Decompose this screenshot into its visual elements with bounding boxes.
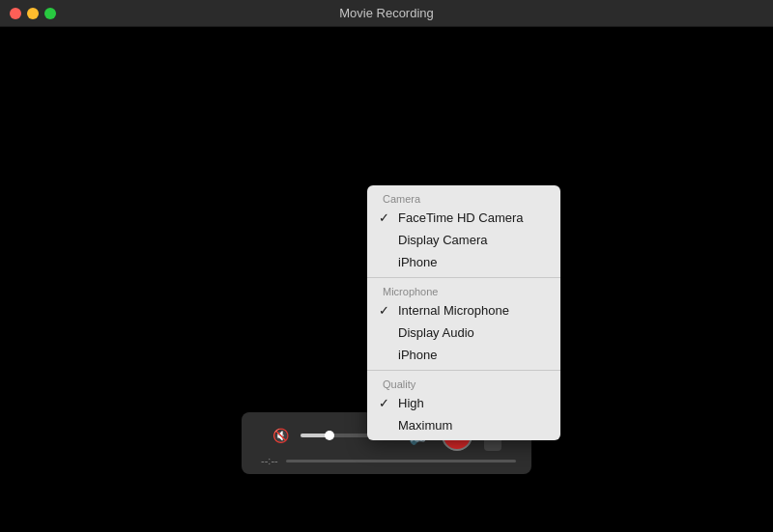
microphone-section-header: Microphone xyxy=(367,282,560,299)
minimize-button[interactable] xyxy=(27,8,39,19)
camera-display[interactable]: Display Camera xyxy=(367,229,560,251)
window-controls[interactable] xyxy=(10,8,56,19)
camera-section-header: Camera xyxy=(367,189,560,207)
title-bar: Movie Recording xyxy=(0,0,773,27)
quality-section: Quality High Maximum xyxy=(367,371,560,440)
mic-iphone[interactable]: iPhone xyxy=(367,344,560,366)
camera-section: Camera FaceTime HD Camera Display Camera… xyxy=(367,185,560,278)
mic-internal[interactable]: Internal Microphone xyxy=(367,299,560,322)
mic-display-audio[interactable]: Display Audio xyxy=(367,322,560,344)
quality-section-header: Quality xyxy=(367,375,560,392)
progress-bar[interactable] xyxy=(286,460,516,462)
dropdown-menu: Camera FaceTime HD Camera Display Camera… xyxy=(367,185,560,440)
video-area: 🔇 🔊 ▾ --:-- Camera FaceTime xyxy=(0,27,773,532)
close-button[interactable] xyxy=(10,8,21,19)
volume-low-icon: 🔇 xyxy=(272,428,289,443)
volume-knob xyxy=(325,431,334,440)
camera-iphone[interactable]: iPhone xyxy=(367,251,560,273)
time-display: --:-- xyxy=(261,455,278,466)
quality-high[interactable]: High xyxy=(367,392,560,414)
quality-maximum[interactable]: Maximum xyxy=(367,414,560,436)
camera-facetime[interactable]: FaceTime HD Camera xyxy=(367,207,560,229)
controls-bottom: --:-- xyxy=(257,455,516,466)
maximize-button[interactable] xyxy=(44,8,56,19)
microphone-section: Microphone Internal Microphone Display A… xyxy=(367,278,560,371)
window-title: Movie Recording xyxy=(339,6,434,20)
